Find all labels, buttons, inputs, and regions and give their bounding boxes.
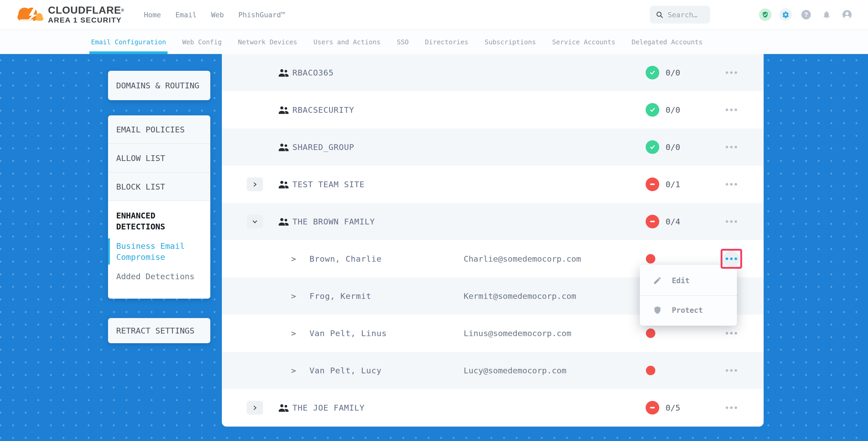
sidebar-subitem-label: Added Detections [116, 272, 194, 281]
row-name: RBACSECURITY [292, 105, 354, 115]
table-row-test-team-site: TEST TEAM SITE 0/1 [222, 166, 764, 203]
status-badge [646, 215, 659, 228]
protection-count: 0/5 [665, 403, 680, 412]
tab-email-configuration[interactable]: Email Configuration [91, 30, 166, 54]
notifications-button[interactable] [820, 8, 833, 21]
profile-button[interactable] [841, 8, 853, 21]
sidebar-subitem-business-email-compromise[interactable]: Business Email Compromise [108, 238, 210, 264]
tab-delegated-accounts[interactable]: Delegated Accounts [631, 30, 703, 54]
minus-icon [649, 180, 656, 188]
nav-home[interactable]: Home [144, 11, 161, 19]
sidebar-item-label: RETRACT SETTINGS [116, 326, 194, 335]
row-name: TEST TEAM SITE [292, 180, 365, 189]
security-status-button[interactable] [759, 8, 772, 21]
tab-network-devices[interactable]: Network Devices [238, 30, 298, 54]
groups-table: RBACO365 0/0 [222, 54, 764, 427]
row-name: SHARED_GROUP [292, 143, 354, 152]
sidebar-subitem-label: Business Email Compromise [116, 241, 185, 262]
brand-logo: CLOUDFLARE® AREA 1 SECURITY [0, 4, 124, 25]
secondary-nav: Email ConfigurationWeb ConfigNetwork Dev… [0, 29, 868, 54]
sidebar-item-label: DOMAINS & ROUTING [116, 81, 199, 90]
context-menu-item-edit[interactable]: Edit [640, 266, 737, 295]
expand-button[interactable] [247, 401, 263, 415]
alert-dot [646, 366, 655, 375]
member-caret: > [291, 366, 296, 375]
table-row-rbaco365: RBACO365 0/0 [222, 54, 764, 91]
sidebar-item-allow-list[interactable]: ALLOW LIST [108, 144, 210, 172]
check-icon [649, 143, 656, 151]
search-box[interactable] [650, 6, 710, 24]
group-icon [278, 68, 289, 77]
status-badge [646, 178, 659, 191]
expand-button[interactable] [247, 215, 263, 229]
sidebar-policies-card: EMAIL POLICIESALLOW LISTBLOCK LIST ENHAN… [108, 115, 210, 298]
group-icon [278, 180, 289, 189]
row-menu-button[interactable] [723, 139, 740, 155]
search-input[interactable] [668, 11, 704, 19]
table-row-van-pelt-lucy: > Van Pelt, Lucy Lucy@somedemocorp.com [222, 352, 764, 389]
sidebar-item-label: ALLOW LIST [116, 153, 165, 163]
check-icon [649, 69, 656, 76]
settings-button[interactable] [779, 8, 792, 21]
row-name: THE JOE FAMILY [292, 403, 365, 412]
expand-button[interactable] [247, 178, 263, 191]
context-menu: Edit Protect [640, 265, 737, 326]
page-background: CLOUDFLARE® AREA 1 SECURITY HomeEmailWeb… [0, 0, 868, 441]
row-name: RBACO365 [292, 68, 334, 77]
row-menu-button[interactable] [723, 325, 740, 341]
protection-count: 0/0 [665, 105, 680, 115]
sidebar-subitem-added-detections[interactable]: Added Detections [108, 269, 210, 284]
sidebar-item-block-list[interactable]: BLOCK LIST [108, 172, 210, 201]
chevron-down-icon [252, 218, 258, 225]
row-menu-button[interactable] [723, 251, 740, 267]
nav-web[interactable]: Web [211, 11, 224, 19]
tab-sso[interactable]: SSO [397, 30, 409, 54]
alert-dot [646, 254, 655, 263]
row-name: THE BROWN FAMILY [292, 217, 375, 226]
enhanced-detections-heading: ENHANCED DETECTIONS [108, 210, 210, 232]
member-caret: > [291, 291, 296, 301]
status-badge [646, 66, 659, 80]
status-badge [646, 103, 659, 117]
tab-subscriptions[interactable]: Subscriptions [485, 30, 536, 54]
row-menu-button[interactable] [723, 213, 740, 230]
sidebar-item-domains-routing[interactable]: DOMAINS & ROUTING [108, 71, 210, 100]
gear-icon [779, 8, 792, 21]
row-menu-button[interactable] [723, 363, 740, 379]
check-icon [649, 106, 656, 114]
sidebar-item-retract-settings[interactable]: RETRACT SETTINGS [108, 318, 210, 343]
search-icon [656, 11, 663, 19]
context-menu-item-label: Protect [672, 306, 703, 315]
table-row-the-joe-family: THE JOE FAMILY 0/5 [222, 389, 764, 426]
tab-web-config[interactable]: Web Config [182, 30, 222, 54]
row-email: Charlie@somedemocorp.com [464, 254, 581, 263]
group-icon [278, 105, 289, 115]
help-button[interactable]: ? [800, 8, 812, 21]
row-name: Frog, Kermit [309, 291, 371, 301]
tab-users-and-actions[interactable]: Users and Actions [313, 30, 380, 54]
context-menu-item-protect[interactable]: Protect [640, 295, 737, 324]
sidebar-item-email-policies[interactable]: EMAIL POLICIES [108, 115, 210, 144]
pencil-icon [653, 276, 662, 285]
brand-trademark: ® [121, 8, 124, 12]
tab-service-accounts[interactable]: Service Accounts [552, 30, 616, 54]
sidebar: DOMAINS & ROUTING EMAIL POLICIESALLOW LI… [108, 71, 210, 343]
row-menu-button[interactable] [723, 64, 740, 81]
row-menu-button[interactable] [723, 102, 740, 118]
bell-icon [822, 10, 831, 19]
group-icon [278, 217, 289, 226]
nav-email[interactable]: Email [176, 11, 197, 19]
row-name: Van Pelt, Lucy [309, 366, 381, 375]
help-icon: ? [801, 10, 811, 20]
nav-phishguard[interactable]: PhishGuard™ [238, 11, 285, 19]
member-caret: > [291, 328, 296, 338]
row-menu-button[interactable] [723, 176, 740, 192]
cloudflare-cloud-icon [14, 4, 45, 25]
row-menu-button[interactable] [723, 400, 740, 416]
top-header: CLOUDFLARE® AREA 1 SECURITY HomeEmailWeb… [0, 0, 868, 29]
row-name: Van Pelt, Linus [309, 328, 387, 338]
protection-count: 0/4 [665, 217, 680, 226]
enhanced-detections-section: ENHANCED DETECTIONS Business Email Compr… [108, 201, 210, 298]
member-caret: > [291, 254, 296, 263]
tab-directories[interactable]: Directories [425, 30, 468, 54]
